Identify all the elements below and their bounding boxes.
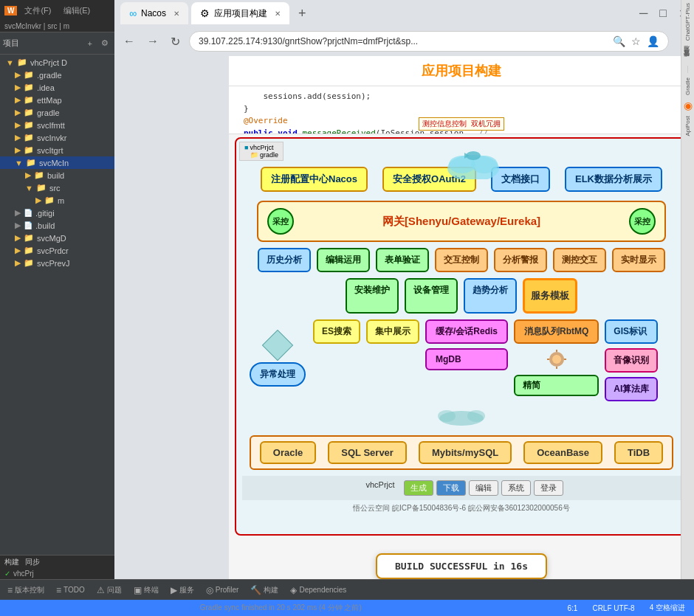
login-button[interactable]: 登录 (534, 480, 563, 496)
line-col-status[interactable]: 6:1 (565, 604, 581, 612)
app-tab-close[interactable]: ✕ (275, 10, 281, 18)
settings-button[interactable]: ⚙ (98, 37, 111, 49)
status-message: Gradle sync finished in 20 s 202 ms (4 分… (6, 603, 556, 613)
search-icon[interactable]: 🔍 (613, 35, 625, 47)
build-tab[interactable]: 🔨 构建 (246, 584, 283, 597)
apipost-icon[interactable]: ◉ (684, 100, 693, 111)
tree-item-svcmgd[interactable]: ▶ 📁 svcMgD (0, 232, 114, 244)
es-search-box: ES搜索 (313, 319, 360, 344)
indent-status[interactable]: 4 空格缩进 (647, 603, 688, 613)
status-bar: Gradle sync finished in 20 s 202 ms (4 分… (0, 600, 694, 616)
nacos-tab-close[interactable]: ✕ (174, 10, 179, 18)
middle-section: 异常处理 ES搜索 集中展示 缓存/会话Redis MgDB 消息队列RbtMQ (250, 319, 673, 401)
svg-point-12 (438, 410, 456, 422)
gateway-row: 采控 网关[Shenyu/Gateway/Eureka] 采控 (257, 201, 666, 242)
forward-button[interactable]: → (144, 32, 162, 51)
edit-button[interactable]: 编辑 (469, 480, 498, 496)
tree-item-ettmap[interactable]: ▶ 📁 ettMap (0, 94, 114, 106)
tree-item-gradle[interactable]: ▶ 📁 .gradle (0, 69, 114, 81)
cluster-show-box: 集中展示 (366, 319, 419, 344)
todo-label: TODO (63, 586, 85, 594)
breadcrumb: svcMcInvkr | src | m (0, 21, 114, 32)
tab-build[interactable]: 构建 (4, 557, 19, 567)
tree-item-build[interactable]: ▶ 📁 build (0, 169, 114, 181)
terminal-tab[interactable]: ▣ 终端 (129, 584, 163, 597)
tree-item-svcifmtt[interactable]: ▶ 📁 svcIfmtt (0, 119, 114, 131)
ide-top-bar: W 文件(F) 编辑(E) (0, 0, 114, 21)
right-panel: ChatGPT-Plus 通知 运营管理 Gradle ◉ ApiPost (681, 0, 694, 616)
ide-toolbar: 项目 + ⚙ (0, 32, 114, 55)
mq-column: 消息队列RbtMQ 精简 (514, 319, 599, 396)
problems-tab[interactable]: ⚠ 问题 (92, 584, 126, 597)
service-device: 设备管理 (405, 278, 458, 314)
tree-item-svcmcin[interactable]: ▼ 📁 svcMcIn (0, 156, 114, 169)
dependencies-tab[interactable]: ◈ Dependencies (286, 584, 351, 597)
encoding-text: CRLF UTF-8 (592, 604, 634, 612)
gradle-label[interactable]: Gradle (684, 77, 691, 95)
back-button[interactable]: ← (120, 32, 138, 51)
build-success-message: BUILD SUCCESSFUL in 16s (376, 553, 547, 579)
build-icon: 🔨 (250, 585, 261, 595)
profiler-icon: ◎ (206, 585, 213, 595)
minimize-button[interactable]: ─ (639, 7, 647, 21)
mgdb-box: MgDB (425, 348, 508, 370)
tree-item-build2[interactable]: ▶ 📄 .build (0, 219, 114, 232)
version-control-tab[interactable]: ≡ 版本控制 (3, 584, 49, 597)
bookmark-icon[interactable]: ☆ (631, 35, 641, 47)
tree-item-svcprevj[interactable]: ▶ 📁 svcPrevJ (0, 257, 114, 269)
db-mysql: Mybits/mySQL (419, 441, 512, 464)
tab-nacos[interactable]: ∞ Nacos ✕ (120, 2, 188, 24)
todo-tab[interactable]: ≡ TODO (52, 584, 89, 597)
tree-item-idea[interactable]: ▶ 📁 .idea (0, 81, 114, 94)
service-install: 安装维护 (346, 278, 399, 314)
ide-bottom-area: 构建 同步 ✓ vhcPrj (0, 555, 114, 579)
encoding-status[interactable]: CRLF UTF-8 (589, 604, 637, 612)
tab-app-build[interactable]: ⚙ 应用项目构建 ✕ (191, 2, 289, 24)
page-title: 应用项目构建 (422, 63, 501, 78)
browser-chrome: ∞ Nacos ✕ ⚙ 应用项目构建 ✕ + ─ □ ✕ ← → ↻ 39.10… (114, 0, 694, 616)
tree-item-gradle2[interactable]: ▶ 📁 gradle (0, 106, 114, 119)
dependencies-icon: ◈ (290, 585, 297, 595)
service-alert: 分析警报 (494, 248, 547, 272)
app-tab-label: 应用项目构建 (214, 7, 267, 20)
tree-item-m[interactable]: ▶ 📁 m (0, 194, 114, 207)
profiler-tab[interactable]: ◎ Profiler (202, 584, 244, 597)
new-tab-button[interactable]: + (292, 3, 312, 24)
tree-item-vhcprjct[interactable]: ▼ 📁 vhcPrjct D (0, 56, 114, 69)
apipost-label[interactable]: ApiPost (684, 116, 691, 136)
reload-button[interactable]: ↻ (168, 32, 183, 52)
services-tab[interactable]: ▶ 服务 (166, 584, 199, 597)
gateway-label: 网关[Shenyu/Gateway/Eureka] (294, 215, 629, 229)
tree-item-svcitgrt[interactable]: ▶ 📁 svcItgrt (0, 144, 114, 156)
profile-icon[interactable]: 👤 (647, 35, 659, 47)
tree-item-svcinvkr[interactable]: ▶ 📁 svcInvkr (0, 131, 114, 144)
db-oracle: Oracle (260, 441, 316, 464)
tab-sync[interactable]: 同步 (25, 557, 40, 567)
generate-button[interactable]: 生成 (404, 480, 433, 496)
db-row: Oracle SQL Server Mybits/mySQL OceanBase… (250, 435, 673, 470)
maximize-button[interactable]: □ (659, 7, 667, 21)
service-history: 历史分析 (258, 248, 311, 272)
ide-sidebar: W 文件(F) 编辑(E) svcMcInvkr | src | m 项目 + … (0, 0, 114, 616)
ide-menu-file[interactable]: 文件(F) (20, 4, 55, 18)
bottom-toolbar: ≡ 版本控制 ≡ TODO ⚠ 问题 ▣ 终端 ▶ 服务 ◎ Profiler … (0, 579, 694, 600)
ide-menu-edit[interactable]: 编辑(E) (59, 4, 95, 18)
app-tab-icon: ⚙ (200, 7, 210, 19)
download-button[interactable]: 下载 (436, 480, 466, 496)
address-bar[interactable]: 39.107.225.174:9130/gnrtShow?prjctNm=dmf… (189, 31, 669, 52)
svg-point-6 (552, 355, 561, 364)
version-icon: ≡ (7, 585, 13, 595)
tree-item-src[interactable]: ▼ 📁 src (0, 181, 114, 194)
tree-item-gitiig[interactable]: ▶ 📄 .gitigi (0, 207, 114, 219)
tree-item-svcprdcr[interactable]: ▶ 📁 svcPrdcr (0, 244, 114, 257)
service-trend: 趋势分析 (464, 278, 517, 314)
chatgpt-label[interactable]: ChatGPT-Plus (684, 3, 691, 41)
redis-box: 缓存/会话Redis (425, 319, 508, 344)
deco-cloud (444, 150, 503, 181)
add-button[interactable]: + (85, 38, 95, 49)
terminal-label: 终端 (144, 585, 159, 595)
tab-bar: ∞ Nacos ✕ ⚙ 应用项目构建 ✕ + ─ □ ✕ (114, 0, 694, 27)
system-button[interactable]: 系统 (501, 480, 531, 496)
services-label: 服务 (179, 585, 194, 595)
deco-gear (514, 348, 599, 370)
